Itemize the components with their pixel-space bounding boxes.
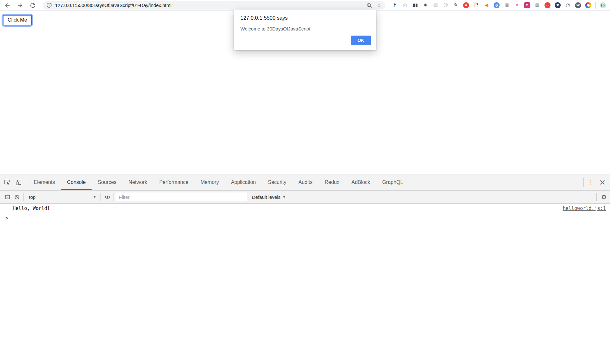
tab-redux[interactable]: Redux [319,174,345,190]
console-filter-input[interactable] [115,192,247,201]
eye-icon [104,194,110,200]
console-toolbar-separator-2 [101,193,101,201]
ext-bookmark-red-icon[interactable]: ▭ [544,2,551,8]
tab-sources[interactable]: Sources [92,174,122,190]
ext-gear-box-icon[interactable]: ⚙ [524,2,530,8]
console-message-row: Hello, World! helloworld.js:1 [0,204,610,213]
alert-dialog: 127.0.0.1:5500 says Welcome to 30DaysOfJ… [234,10,376,50]
ext-json-braces-icon[interactable]: {} [600,2,606,8]
url-text[interactable]: 127.0.0.1:5500/30DaysOfJavaScript/01-Day… [55,3,171,8]
inspect-cursor-icon [4,179,10,185]
inspect-element-button[interactable] [1,174,13,190]
log-levels-value: Default levels [252,194,281,200]
ext-clock-icon[interactable]: ◔ [565,2,571,8]
levels-caret-down-icon: ▼ [283,195,285,199]
ext-grid-faded-icon[interactable]: ▦ [433,2,439,8]
bookmark-star-icon[interactable]: ☆ [377,3,382,8]
ext-bug-icon[interactable]: ✶ [422,2,428,8]
alert-ok-button[interactable]: OK [351,36,371,45]
back-button[interactable] [4,2,11,9]
console-settings-gear-icon[interactable]: ⚙ [601,193,607,201]
address-bar[interactable]: 127.0.0.1:5500/30DaysOfJavaScript/01-Day… [43,1,385,10]
ext-megaphone-icon[interactable]: ◀ [483,2,489,8]
devtools-tabbar: Elements Console Sources Network Perform… [0,174,610,191]
ext-atom-icon[interactable]: ✧ [514,2,520,8]
ext-swirl-icon[interactable]: ◑ [494,2,500,8]
console-sidebar-toggle-button[interactable] [3,192,12,202]
ext-color-picker-icon[interactable]: ✎ [453,2,459,8]
console-sidebar-icon [5,194,10,200]
console-source-link[interactable]: helloworld.js:1 [563,206,606,211]
page-viewport: Click Me 127.0.0.1:5500 says Welcome to … [0,11,610,174]
alert-title: 127.0.0.1:5500 says [240,15,371,21]
reload-button[interactable] [29,2,36,9]
console-toolbar-separator-1 [23,193,24,201]
tab-graphql[interactable]: GraphQL [376,174,409,190]
context-caret-down-icon: ▼ [94,195,96,199]
browser-toolbar: 127.0.0.1:5500/30DaysOfJavaScript/01-Day… [0,0,610,11]
console-toolbar: top ▼ Default levels ▼ ⚙ [0,191,610,204]
ext-stop-hand-icon[interactable]: ✱ [463,2,469,8]
ext-fonts-icon[interactable]: F [392,2,398,8]
ext-columns-icon[interactable]: ▮▮ [412,2,418,8]
clear-console-button[interactable] [12,192,22,202]
device-toolbar-icon [15,179,22,186]
tabbar-right-separator [583,178,584,187]
zoom-page-icon[interactable] [366,3,372,8]
console-message-text: Hello, World! [13,206,50,211]
forward-arrow-icon [17,2,23,9]
tab-audits[interactable]: Audits [292,174,318,190]
ext-f-question-icon[interactable]: f? [473,2,479,8]
execution-context-value: top [29,194,36,200]
reload-icon [30,2,36,9]
ext-target-icon[interactable]: ◎ [402,2,408,8]
execution-context-selector[interactable]: top ▼ [25,192,99,202]
forward-button[interactable] [17,2,24,9]
clear-console-icon [14,194,20,200]
console-prompt-row[interactable]: > [0,213,610,223]
extensions-strip: F◎▮▮✶▦☺✎✱f?◀◑▣✧⚙▦▭♥◔W{} [392,2,606,9]
devtools-close-icon[interactable]: × [597,174,608,190]
live-expression-button[interactable] [102,192,112,202]
ext-smiley-icon[interactable]: ☺ [443,2,449,8]
tab-elements[interactable]: Elements [28,174,61,190]
tab-memory[interactable]: Memory [194,174,225,190]
devtools-menu-icon[interactable]: ⋮ [585,174,597,190]
button-focus-ring: Click Me [2,14,33,27]
back-arrow-icon [4,2,10,9]
tab-network[interactable]: Network [122,174,153,190]
device-toolbar-button[interactable] [13,174,24,190]
tab-application[interactable]: Application [225,174,262,190]
ext-camera-icon[interactable]: ▣ [504,2,510,8]
click-me-button[interactable]: Click Me [3,15,32,25]
ext-color-wheel-icon[interactable] [585,2,591,8]
tab-console[interactable]: Console [61,174,92,190]
tab-performance[interactable]: Performance [153,174,195,190]
alert-message: Welcome to 30DaysOfJavaScript! [240,26,371,31]
extensions-divider [595,2,596,9]
ext-blocks-icon[interactable]: ▦ [534,2,540,8]
ext-w-circle-icon[interactable]: W [575,2,581,8]
log-levels-dropdown[interactable]: Default levels ▼ [252,194,285,200]
console-toolbar-separator-4 [596,193,597,201]
tab-adblock[interactable]: AdBlock [345,174,376,190]
tabbar-spacer [409,174,582,190]
site-info-icon[interactable] [46,3,52,8]
console-prompt-icon: > [5,215,9,221]
tab-security[interactable]: Security [262,174,292,190]
tabbar-separator [26,178,26,187]
console-toolbar-separator-3 [114,193,114,201]
devtools-panel: Elements Console Sources Network Perform… [0,174,610,364]
ext-heart-search-icon[interactable]: ♥ [555,2,561,8]
